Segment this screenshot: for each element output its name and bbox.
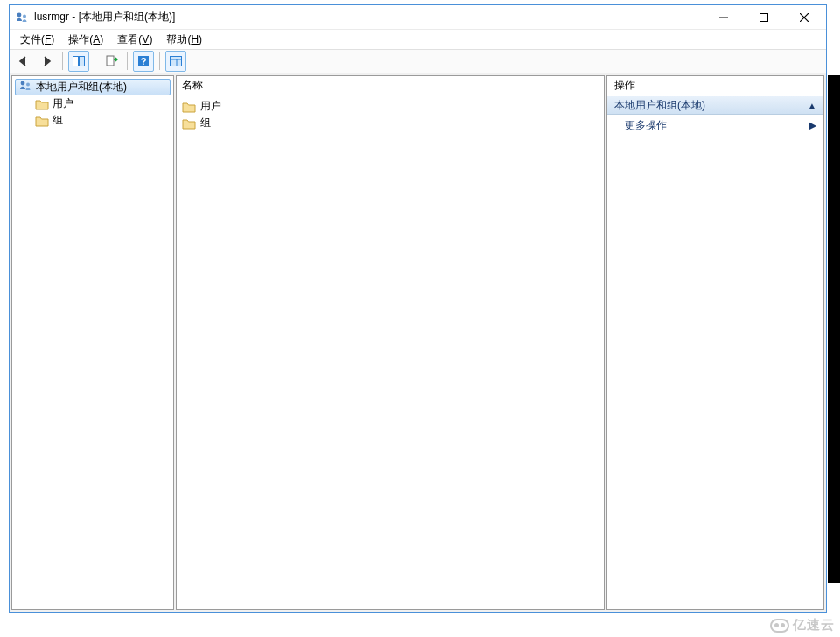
- folder-icon: [182, 101, 196, 113]
- titlebar[interactable]: lusrmgr - [本地用户和组(本地)]: [10, 5, 826, 30]
- toolbar: ?: [10, 49, 826, 74]
- svg-rect-3: [760, 13, 768, 21]
- menu-help[interactable]: 帮助(H): [159, 31, 209, 49]
- menu-file-label: 文件: [20, 33, 41, 46]
- tree-pane: 本地用户和组(本地) 用户 组: [11, 75, 174, 610]
- column-header-name[interactable]: 名称: [182, 78, 203, 93]
- watermark-logo-icon: [770, 619, 789, 633]
- help-button[interactable]: ?: [133, 51, 154, 72]
- collapse-section-icon: ▲: [808, 101, 816, 110]
- tree-root-node[interactable]: 本地用户和组(本地): [15, 79, 171, 95]
- svg-rect-8: [107, 56, 114, 66]
- export-list-button[interactable]: [101, 51, 122, 72]
- actions-section-header[interactable]: 本地用户和组(本地) ▲: [607, 95, 823, 115]
- toolbar-separator: [127, 52, 128, 70]
- folder-icon: [35, 115, 49, 127]
- toolbar-separator: [62, 52, 63, 70]
- list-item-users[interactable]: 用户: [177, 98, 604, 115]
- menu-help-accel: H: [191, 33, 199, 46]
- tree-node-groups[interactable]: 组: [12, 112, 173, 129]
- menu-file-accel: F: [45, 33, 51, 46]
- menubar: 文件(F) 操作(A) 查看(V) 帮助(H): [10, 30, 826, 49]
- menu-file[interactable]: 文件(F): [13, 31, 61, 49]
- folder-icon: [35, 98, 49, 110]
- svg-point-0: [18, 12, 22, 17]
- menu-view-label: 查看: [117, 33, 138, 46]
- actions-section-label: 本地用户和组(本地): [614, 98, 705, 113]
- submenu-arrow-icon: ▶: [808, 119, 816, 131]
- back-button[interactable]: [13, 51, 34, 72]
- mmc-window: lusrmgr - [本地用户和组(本地)] 文件(F) 操作(A) 查看(V): [9, 4, 827, 612]
- tree-node-users[interactable]: 用户: [12, 95, 173, 112]
- watermark: 亿速云: [770, 617, 835, 634]
- show-hide-tree-button[interactable]: [68, 51, 89, 72]
- menu-help-label: 帮助: [166, 33, 187, 46]
- tree: 本地用户和组(本地) 用户 组: [12, 76, 173, 131]
- list-pane: 名称 用户 组: [176, 75, 605, 610]
- svg-point-1: [23, 14, 26, 18]
- tree-root-label: 本地用户和组(本地): [36, 80, 127, 94]
- svg-text:?: ?: [141, 56, 147, 66]
- users-groups-icon: [18, 79, 32, 95]
- list-users-label: 用户: [200, 99, 221, 114]
- menu-action-label: 操作: [68, 33, 89, 46]
- actions-pane: 操作 本地用户和组(本地) ▲ 更多操作 ▶: [606, 75, 824, 610]
- tree-users-label: 用户: [52, 96, 74, 111]
- app-icon: [15, 10, 29, 24]
- toolbar-separator: [159, 52, 160, 70]
- tree-groups-label: 组: [52, 113, 63, 128]
- watermark-text: 亿速云: [793, 617, 835, 634]
- list-item-groups[interactable]: 组: [177, 115, 604, 131]
- minimize-button[interactable]: [704, 5, 744, 30]
- show-hide-action-pane-button[interactable]: [165, 51, 186, 72]
- menu-view-accel: V: [142, 33, 149, 46]
- menu-action-accel: A: [93, 33, 100, 46]
- toolbar-separator: [94, 52, 95, 70]
- window-title: lusrmgr - [本地用户和组(本地)]: [34, 10, 175, 24]
- maximize-button[interactable]: [744, 5, 784, 30]
- menu-view[interactable]: 查看(V): [110, 31, 159, 49]
- background-dark-strip: [828, 75, 840, 583]
- forward-button[interactable]: [36, 51, 57, 72]
- svg-rect-11: [171, 57, 182, 66]
- svg-rect-7: [80, 57, 85, 66]
- list-groups-label: 组: [200, 116, 211, 130]
- folder-icon: [182, 117, 196, 130]
- svg-point-14: [21, 81, 25, 86]
- actions-title-text: 操作: [614, 78, 635, 93]
- svg-rect-6: [74, 57, 79, 66]
- list-body: 用户 组: [177, 95, 604, 134]
- action-more-label: 更多操作: [625, 118, 667, 133]
- svg-point-15: [26, 83, 30, 87]
- close-button[interactable]: [784, 5, 824, 30]
- menu-action[interactable]: 操作(A): [61, 31, 110, 49]
- action-more-operations[interactable]: 更多操作 ▶: [607, 115, 823, 136]
- content-area: 本地用户和组(本地) 用户 组: [10, 74, 826, 612]
- actions-pane-title: 操作: [607, 76, 823, 95]
- list-header[interactable]: 名称: [177, 76, 604, 95]
